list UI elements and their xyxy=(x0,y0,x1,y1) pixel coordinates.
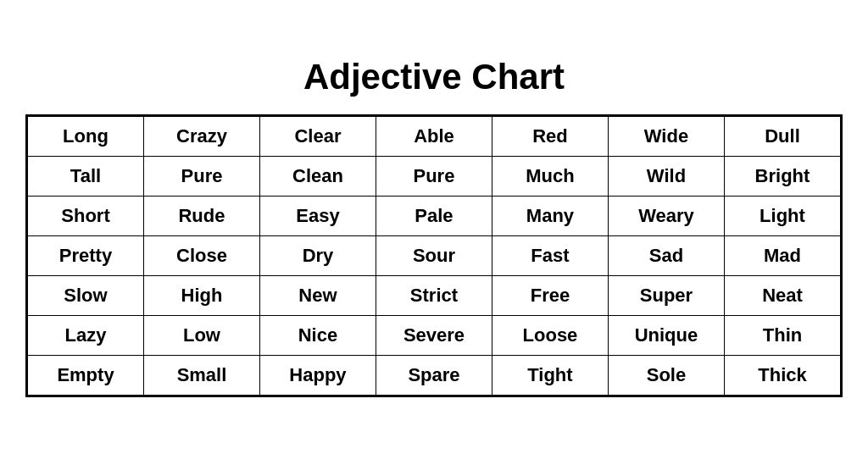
table-cell: Pretty xyxy=(28,236,144,276)
table-cell: Pure xyxy=(376,157,492,197)
table-cell: Empty xyxy=(28,356,144,396)
table-cell: Weary xyxy=(608,197,724,236)
table-cell: Small xyxy=(144,356,260,396)
table-cell: Sad xyxy=(608,236,724,276)
table-cell: Much xyxy=(492,157,608,197)
adjective-chart: LongCrazyClearAbleRedWideDullTallPureCle… xyxy=(25,114,843,397)
table-cell: Unique xyxy=(608,316,724,356)
table-row: PrettyCloseDrySourFastSadMad xyxy=(28,236,841,276)
table-cell: Loose xyxy=(492,316,608,356)
table-cell: Short xyxy=(28,197,144,236)
table-cell: Spare xyxy=(376,356,492,396)
table-cell: Bright xyxy=(724,157,840,197)
page-title: Adjective Chart xyxy=(303,57,565,97)
table-cell: Light xyxy=(724,197,840,236)
table-row: LazyLowNiceSevereLooseUniqueThin xyxy=(28,316,841,356)
table-cell: Thin xyxy=(724,316,840,356)
table-cell: Long xyxy=(28,117,144,157)
table-cell: Neat xyxy=(724,276,840,316)
table-row: LongCrazyClearAbleRedWideDull xyxy=(28,117,841,157)
table-cell: Nice xyxy=(259,316,376,356)
table-cell: Tall xyxy=(28,157,144,197)
table-row: SlowHighNewStrictFreeSuperNeat xyxy=(28,276,841,316)
table-cell: Easy xyxy=(259,197,376,236)
table-cell: Happy xyxy=(259,356,376,396)
table-cell: Red xyxy=(492,117,608,157)
table-cell: Mad xyxy=(724,236,840,276)
table-cell: Dry xyxy=(259,236,376,276)
table-cell: Free xyxy=(492,276,608,316)
table-cell: Low xyxy=(144,316,260,356)
table-cell: Clear xyxy=(259,117,376,157)
table-row: EmptySmallHappySpareTightSoleThick xyxy=(28,356,841,396)
table-cell: High xyxy=(144,276,260,316)
table-cell: Crazy xyxy=(144,117,260,157)
table-cell: Sole xyxy=(608,356,724,396)
table-row: TallPureCleanPureMuchWildBright xyxy=(28,157,841,197)
table-cell: Slow xyxy=(28,276,144,316)
table-cell: New xyxy=(259,276,376,316)
table-cell: Fast xyxy=(492,236,608,276)
table-cell: Close xyxy=(144,236,260,276)
table-cell: Clean xyxy=(259,157,376,197)
adjective-table: LongCrazyClearAbleRedWideDullTallPureCle… xyxy=(27,116,841,396)
table-cell: Dull xyxy=(724,117,840,157)
table-cell: Lazy xyxy=(28,316,144,356)
table-cell: Able xyxy=(376,117,492,157)
table-cell: Wide xyxy=(608,117,724,157)
table-cell: Wild xyxy=(608,157,724,197)
table-cell: Severe xyxy=(376,316,492,356)
table-cell: Pale xyxy=(376,197,492,236)
table-cell: Rude xyxy=(144,197,260,236)
table-cell: Thick xyxy=(724,356,840,396)
table-cell: Super xyxy=(608,276,724,316)
table-row: ShortRudeEasyPaleManyWearyLight xyxy=(28,197,841,236)
table-cell: Many xyxy=(492,197,608,236)
table-cell: Strict xyxy=(376,276,492,316)
table-cell: Pure xyxy=(144,157,260,197)
table-cell: Tight xyxy=(492,356,608,396)
table-cell: Sour xyxy=(376,236,492,276)
